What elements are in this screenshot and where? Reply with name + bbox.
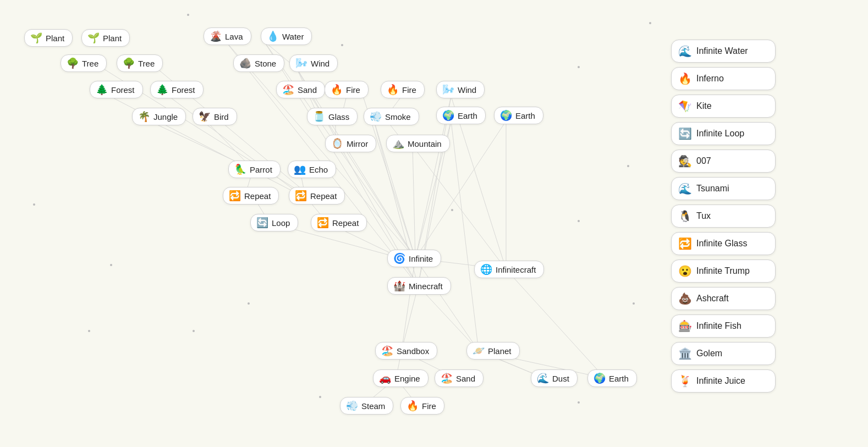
ashcraft-icon: 💩	[678, 292, 692, 305]
item-label: Bird	[214, 112, 229, 122]
item-label: Plant	[103, 34, 122, 43]
item-label: Parrot	[250, 165, 272, 174]
craft-item-plant2[interactable]: 🌱Plant	[81, 29, 130, 47]
sidebar-item-s8[interactable]: 🔁Infinite Glass	[671, 232, 776, 255]
svg-line-49	[506, 269, 605, 378]
sidebar-label: Tsunami	[696, 184, 729, 194]
item-label: Lava	[225, 32, 243, 41]
sidebar-item-s7[interactable]: 🐧Tux	[671, 205, 776, 228]
craft-item-mountain1[interactable]: ⛰️Mountain	[386, 135, 450, 152]
craft-item-engine1[interactable]: 🚗Engine	[373, 369, 428, 387]
item-label: Wind	[311, 59, 329, 68]
svg-line-48	[451, 121, 479, 351]
sidebar-label: Golem	[696, 349, 722, 358]
craft-item-parrot1[interactable]: 🦜Parrot	[228, 161, 281, 178]
craft-item-sandbox1[interactable]: 🏖️Sandbox	[375, 342, 437, 360]
sidebar-label: Kite	[696, 101, 712, 111]
item-label: Fire	[346, 85, 360, 95]
item-label: Plant	[46, 34, 64, 43]
craft-item-sand1[interactable]: 🏖️Sand	[276, 81, 325, 98]
sidebar-item-s1[interactable]: 🌊Infinite Water	[671, 40, 776, 63]
item-label: Echo	[309, 165, 328, 174]
craft-item-tree1[interactable]: 🌳Tree	[61, 54, 107, 72]
craft-item-smoke1[interactable]: 💨Smoke	[364, 108, 419, 125]
water-icon: 💧	[267, 31, 279, 41]
item-label: Sandbox	[397, 346, 429, 356]
craft-item-stone1[interactable]: 🪨Stone	[233, 54, 284, 72]
sidebar-item-s2[interactable]: 🔥Inferno	[671, 67, 776, 90]
item-label: Mirror	[347, 139, 368, 148]
craft-item-lava1[interactable]: 🌋Lava	[204, 27, 251, 45]
craft-item-fire3[interactable]: 🔥Fire	[400, 397, 444, 415]
background-dot	[341, 44, 343, 46]
sidebar-label: Infinite Water	[696, 46, 748, 56]
craft-item-dust1[interactable]: 🌊Dust	[531, 369, 578, 387]
craft-item-tree2[interactable]: 🌳Tree	[117, 54, 163, 72]
sidebar-item-s12[interactable]: 🏛️Golem	[671, 342, 776, 365]
sidebar-label: Infinite Fish	[696, 321, 741, 331]
craft-item-loop1[interactable]: 🔄Loop	[250, 214, 298, 231]
infinite-juice-icon: 🍹	[678, 374, 692, 388]
sidebar-label: Infinite Trump	[696, 266, 750, 276]
item-label: Jungle	[153, 112, 178, 122]
item-label: Wind	[458, 85, 476, 95]
craft-item-water1[interactable]: 💧Water	[261, 27, 312, 45]
craft-item-forest2[interactable]: 🌲Forest	[150, 81, 204, 98]
craft-item-fire1[interactable]: 🔥Fire	[325, 81, 369, 98]
craft-item-wind2[interactable]: 🌬️Wind	[436, 81, 485, 98]
background-dot	[110, 264, 112, 266]
craft-item-glass1[interactable]: 🫙Glass	[307, 108, 358, 125]
craft-item-forest1[interactable]: 🌲Forest	[90, 81, 143, 98]
craft-item-earth2[interactable]: 🌍Earth	[494, 107, 543, 124]
craft-item-steam1[interactable]: 💨Steam	[340, 397, 393, 415]
craft-item-repeat3[interactable]: 🔁Repeat	[311, 214, 367, 231]
svg-line-18	[415, 258, 479, 351]
item-label: Repeat	[310, 191, 337, 201]
craft-item-repeat2[interactable]: 🔁Repeat	[289, 187, 345, 205]
item-label: Tree	[138, 59, 155, 68]
dust-icon: 🌊	[537, 373, 549, 383]
sand-icon: 🏖️	[441, 373, 453, 383]
sidebar-item-s9[interactable]: 😮Infinite Trump	[671, 260, 776, 283]
craft-item-minecraft1[interactable]: 🏰Minecraft	[387, 277, 451, 295]
svg-line-9	[413, 146, 415, 258]
sidebar-item-s10[interactable]: 💩Ashcraft	[671, 287, 776, 310]
wind-icon: 🌬️	[442, 85, 454, 95]
fire-icon: 🔥	[331, 85, 343, 95]
craft-item-repeat1[interactable]: 🔁Repeat	[223, 187, 279, 205]
sidebar-item-s3[interactable]: 🪁Kite	[671, 95, 776, 118]
craft-item-wind1[interactable]: 🌬️Wind	[289, 54, 338, 72]
sidebar-item-s13[interactable]: 🍹Infinite Juice	[671, 369, 776, 393]
craft-item-bird1[interactable]: 🦅Bird	[193, 108, 237, 125]
background-dot	[451, 209, 453, 211]
craft-item-mirror1[interactable]: 🪞Mirror	[325, 135, 376, 152]
golem-icon: 🏛️	[678, 347, 692, 360]
infinite-glass-icon: 🔁	[678, 237, 692, 250]
plant-icon: 🌱	[30, 33, 42, 43]
craft-item-infinitecraft1[interactable]: 🌐Infinitecraft	[474, 261, 544, 278]
sidebar-label: Tux	[696, 211, 711, 221]
craft-item-fire2[interactable]: 🔥Fire	[381, 81, 425, 98]
background-dot	[633, 302, 635, 305]
sidebar-item-s4[interactable]: 🔄Infinite Loop	[671, 122, 776, 145]
craft-item-echo1[interactable]: 👥Echo	[288, 161, 336, 178]
craft-item-earth1[interactable]: 🌍Earth	[436, 107, 486, 124]
fire-icon: 🔥	[387, 85, 399, 95]
repeat-icon: 🔁	[317, 218, 329, 228]
craft-item-sand2[interactable]: 🏖️Sand	[435, 369, 484, 387]
craft-item-planet1[interactable]: 🪐Planet	[466, 342, 520, 360]
planet-icon: 🪐	[473, 346, 485, 356]
sidebar-label: Ashcraft	[696, 294, 729, 303]
sidebar-item-s6[interactable]: 🌊Tsunami	[671, 177, 776, 200]
sidebar-item-s11[interactable]: 🎰Infinite Fish	[671, 314, 776, 338]
fire-icon: 🔥	[406, 401, 419, 411]
tsunami-icon: 🌊	[678, 182, 692, 195]
tree-icon: 🌳	[123, 58, 135, 68]
craft-item-plant1[interactable]: 🌱Plant	[24, 29, 73, 47]
sidebar-item-s5[interactable]: 🕵️007	[671, 150, 776, 173]
craft-item-earth3[interactable]: 🌍Earth	[587, 369, 637, 387]
craft-item-jungle1[interactable]: 🌴Jungle	[132, 108, 186, 125]
background-dot	[578, 220, 580, 222]
craft-item-infinite1[interactable]: 🌀Infinite	[387, 250, 441, 267]
parrot-icon: 🦜	[234, 164, 246, 174]
